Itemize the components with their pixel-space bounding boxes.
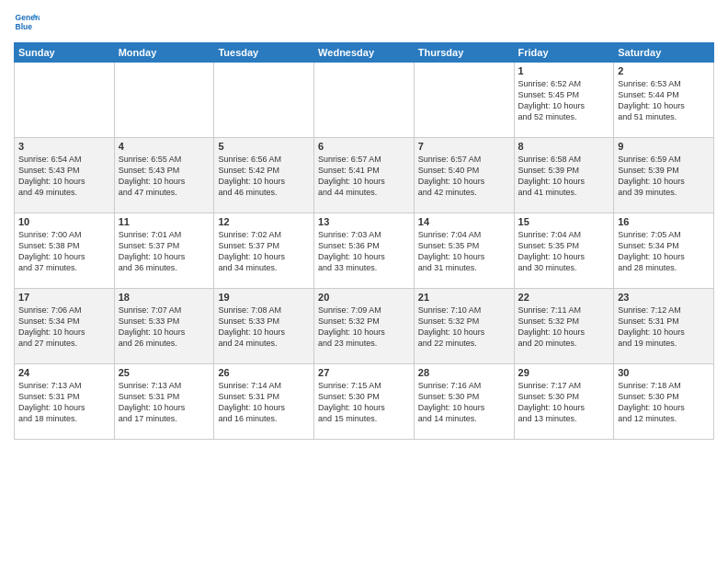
day-info: Sunrise: 7:13 AM Sunset: 5:31 PM Dayligh… xyxy=(18,380,110,425)
day-number: 3 xyxy=(18,141,110,152)
calendar-week-5: 24Sunrise: 7:13 AM Sunset: 5:31 PM Dayli… xyxy=(15,364,714,440)
calendar-cell-empty xyxy=(15,63,115,138)
day-number: 1 xyxy=(518,65,610,76)
day-info: Sunrise: 7:08 AM Sunset: 5:33 PM Dayligh… xyxy=(218,304,310,350)
calendar-cell-28: 28Sunrise: 7:16 AM Sunset: 5:30 PM Dayli… xyxy=(414,364,514,440)
day-number: 16 xyxy=(618,216,710,227)
day-number: 20 xyxy=(318,292,410,303)
calendar-cell-6: 6Sunrise: 6:57 AM Sunset: 5:41 PM Daylig… xyxy=(314,138,415,213)
weekday-header-friday: Friday xyxy=(514,43,614,63)
calendar-cell-4: 4Sunrise: 6:55 AM Sunset: 5:43 PM Daylig… xyxy=(114,138,214,213)
day-number: 2 xyxy=(618,65,710,76)
day-number: 19 xyxy=(218,292,310,303)
day-number: 4 xyxy=(119,141,210,152)
calendar-cell-7: 7Sunrise: 6:57 AM Sunset: 5:40 PM Daylig… xyxy=(414,138,514,213)
day-info: Sunrise: 7:11 AM Sunset: 5:32 PM Dayligh… xyxy=(518,304,610,350)
day-number: 8 xyxy=(518,141,610,152)
day-number: 18 xyxy=(119,292,210,303)
calendar-cell-2: 2Sunrise: 6:53 AM Sunset: 5:44 PM Daylig… xyxy=(614,63,714,138)
day-info: Sunrise: 7:01 AM Sunset: 5:37 PM Dayligh… xyxy=(119,229,210,274)
calendar-cell-16: 16Sunrise: 7:05 AM Sunset: 5:34 PM Dayli… xyxy=(614,213,714,289)
calendar-cell-21: 21Sunrise: 7:10 AM Sunset: 5:32 PM Dayli… xyxy=(414,289,514,364)
day-number: 14 xyxy=(418,216,510,227)
calendar-cell-11: 11Sunrise: 7:01 AM Sunset: 5:37 PM Dayli… xyxy=(114,213,214,289)
day-number: 22 xyxy=(518,292,610,303)
calendar-cell-12: 12Sunrise: 7:02 AM Sunset: 5:37 PM Dayli… xyxy=(214,213,314,289)
day-info: Sunrise: 6:53 AM Sunset: 5:44 PM Dayligh… xyxy=(618,78,710,123)
calendar-cell-14: 14Sunrise: 7:04 AM Sunset: 5:35 PM Dayli… xyxy=(414,213,514,289)
page: General Blue SundayMondayTuesdayWednesda… xyxy=(0,0,728,563)
day-number: 11 xyxy=(119,216,210,227)
general-blue-logo-icon: General Blue xyxy=(14,9,40,35)
calendar-cell-29: 29Sunrise: 7:17 AM Sunset: 5:30 PM Dayli… xyxy=(514,364,614,440)
calendar-cell-27: 27Sunrise: 7:15 AM Sunset: 5:30 PM Dayli… xyxy=(314,364,415,440)
calendar-cell-9: 9Sunrise: 6:59 AM Sunset: 5:39 PM Daylig… xyxy=(614,138,714,213)
day-number: 6 xyxy=(318,141,410,152)
calendar-cell-13: 13Sunrise: 7:03 AM Sunset: 5:36 PM Dayli… xyxy=(314,213,415,289)
calendar-table: SundayMondayTuesdayWednesdayThursdayFrid… xyxy=(14,42,714,440)
day-info: Sunrise: 6:55 AM Sunset: 5:43 PM Dayligh… xyxy=(119,154,210,199)
day-number: 5 xyxy=(218,141,310,152)
day-info: Sunrise: 7:16 AM Sunset: 5:30 PM Dayligh… xyxy=(418,380,510,425)
calendar-cell-5: 5Sunrise: 6:56 AM Sunset: 5:42 PM Daylig… xyxy=(214,138,314,213)
day-info: Sunrise: 7:02 AM Sunset: 5:37 PM Dayligh… xyxy=(218,229,310,274)
day-info: Sunrise: 6:57 AM Sunset: 5:41 PM Dayligh… xyxy=(318,154,410,199)
day-info: Sunrise: 7:04 AM Sunset: 5:35 PM Dayligh… xyxy=(418,229,510,274)
day-number: 21 xyxy=(418,292,510,303)
header: General Blue xyxy=(14,9,714,35)
calendar-cell-3: 3Sunrise: 6:54 AM Sunset: 5:43 PM Daylig… xyxy=(15,138,115,213)
day-number: 9 xyxy=(618,141,710,152)
day-info: Sunrise: 6:58 AM Sunset: 5:39 PM Dayligh… xyxy=(518,154,610,199)
calendar-cell-empty xyxy=(414,63,514,138)
weekday-header-monday: Monday xyxy=(114,43,214,63)
day-number: 17 xyxy=(18,292,110,303)
day-number: 30 xyxy=(618,367,710,378)
day-number: 26 xyxy=(218,367,310,378)
day-info: Sunrise: 7:18 AM Sunset: 5:30 PM Dayligh… xyxy=(618,380,710,425)
day-info: Sunrise: 6:52 AM Sunset: 5:45 PM Dayligh… xyxy=(518,78,610,123)
calendar-cell-19: 19Sunrise: 7:08 AM Sunset: 5:33 PM Dayli… xyxy=(214,289,314,364)
calendar-cell-8: 8Sunrise: 6:58 AM Sunset: 5:39 PM Daylig… xyxy=(514,138,614,213)
logo: General Blue xyxy=(14,9,43,35)
day-number: 29 xyxy=(518,367,610,378)
day-number: 24 xyxy=(18,367,110,378)
day-info: Sunrise: 7:10 AM Sunset: 5:32 PM Dayligh… xyxy=(418,304,510,350)
calendar-cell-23: 23Sunrise: 7:12 AM Sunset: 5:31 PM Dayli… xyxy=(614,289,714,364)
calendar-cell-25: 25Sunrise: 7:13 AM Sunset: 5:31 PM Dayli… xyxy=(114,364,214,440)
day-number: 10 xyxy=(18,216,110,227)
calendar-cell-20: 20Sunrise: 7:09 AM Sunset: 5:32 PM Dayli… xyxy=(314,289,415,364)
day-info: Sunrise: 6:54 AM Sunset: 5:43 PM Dayligh… xyxy=(18,154,110,199)
weekday-header-tuesday: Tuesday xyxy=(214,43,314,63)
day-info: Sunrise: 7:14 AM Sunset: 5:31 PM Dayligh… xyxy=(218,380,310,425)
calendar-cell-empty xyxy=(314,63,415,138)
weekday-header-row: SundayMondayTuesdayWednesdayThursdayFrid… xyxy=(15,43,714,63)
day-info: Sunrise: 7:07 AM Sunset: 5:33 PM Dayligh… xyxy=(119,304,210,350)
calendar-cell-empty xyxy=(214,63,314,138)
calendar-cell-10: 10Sunrise: 7:00 AM Sunset: 5:38 PM Dayli… xyxy=(15,213,115,289)
day-info: Sunrise: 6:56 AM Sunset: 5:42 PM Dayligh… xyxy=(218,154,310,199)
day-info: Sunrise: 7:05 AM Sunset: 5:34 PM Dayligh… xyxy=(618,229,710,274)
day-info: Sunrise: 7:12 AM Sunset: 5:31 PM Dayligh… xyxy=(618,304,710,350)
calendar-cell-26: 26Sunrise: 7:14 AM Sunset: 5:31 PM Dayli… xyxy=(214,364,314,440)
day-number: 13 xyxy=(318,216,410,227)
calendar-cell-24: 24Sunrise: 7:13 AM Sunset: 5:31 PM Dayli… xyxy=(15,364,115,440)
day-number: 27 xyxy=(318,367,410,378)
svg-text:Blue: Blue xyxy=(16,22,33,31)
day-info: Sunrise: 7:04 AM Sunset: 5:35 PM Dayligh… xyxy=(518,229,610,274)
calendar-week-3: 10Sunrise: 7:00 AM Sunset: 5:38 PM Dayli… xyxy=(15,213,714,289)
day-info: Sunrise: 7:17 AM Sunset: 5:30 PM Dayligh… xyxy=(518,380,610,425)
day-number: 25 xyxy=(119,367,210,378)
calendar-cell-empty xyxy=(114,63,214,138)
svg-text:General: General xyxy=(16,13,40,22)
day-number: 7 xyxy=(418,141,510,152)
calendar-cell-22: 22Sunrise: 7:11 AM Sunset: 5:32 PM Dayli… xyxy=(514,289,614,364)
day-number: 15 xyxy=(518,216,610,227)
weekday-header-thursday: Thursday xyxy=(414,43,514,63)
day-info: Sunrise: 7:15 AM Sunset: 5:30 PM Dayligh… xyxy=(318,380,410,425)
calendar-week-1: 1Sunrise: 6:52 AM Sunset: 5:45 PM Daylig… xyxy=(15,63,714,138)
day-number: 12 xyxy=(218,216,310,227)
calendar-week-4: 17Sunrise: 7:06 AM Sunset: 5:34 PM Dayli… xyxy=(15,289,714,364)
day-info: Sunrise: 6:57 AM Sunset: 5:40 PM Dayligh… xyxy=(418,154,510,199)
weekday-header-wednesday: Wednesday xyxy=(314,43,415,63)
calendar-cell-17: 17Sunrise: 7:06 AM Sunset: 5:34 PM Dayli… xyxy=(15,289,115,364)
